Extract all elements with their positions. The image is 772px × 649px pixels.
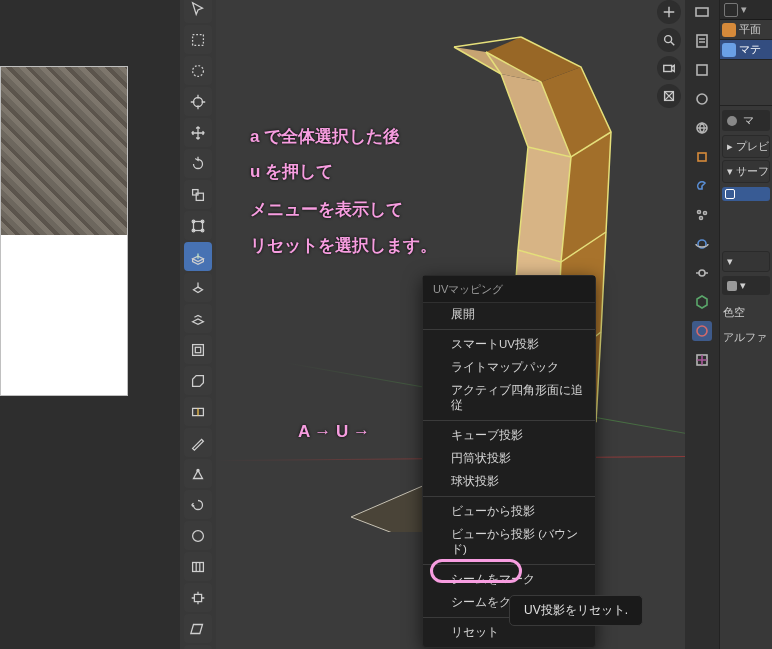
annotation-line2: u を押して [250, 160, 333, 183]
tool-extrude-region-icon[interactable] [184, 242, 212, 271]
tool-column [184, 0, 214, 649]
material-icon [722, 43, 736, 57]
material-ball-icon [727, 116, 737, 126]
properties-tabs [685, 0, 719, 649]
svg-point-1 [193, 65, 204, 76]
viewport-nav-cluster [657, 0, 681, 108]
tool-shrinkfatten-icon[interactable] [184, 583, 212, 612]
uv-mapping-menu: UVマッピング 展開 スマートUV投影 ライトマップパック アクティブ四角形面に… [422, 275, 596, 648]
uv-texture-thumbnail [1, 67, 127, 235]
panel-header: ▾ [720, 0, 772, 20]
reset-tooltip: UV投影をリセット. [509, 595, 643, 626]
camera-icon[interactable] [657, 56, 681, 80]
tool-knife-icon[interactable] [184, 428, 212, 457]
physics-tab-icon[interactable] [692, 234, 712, 254]
uv-menu-item[interactable]: 展開 [423, 303, 595, 326]
annotation-line4: リセットを選択します。 [250, 234, 437, 257]
constraints-tab-icon[interactable] [692, 263, 712, 283]
output-tab-icon[interactable] [692, 31, 712, 51]
svg-rect-30 [696, 8, 708, 16]
scene-tab-icon[interactable] [692, 89, 712, 109]
tool-transform-icon[interactable] [184, 211, 212, 240]
modifier-tab-icon[interactable] [692, 176, 712, 196]
svg-rect-14 [193, 562, 204, 571]
svg-rect-28 [664, 65, 672, 71]
uv-menu-item[interactable]: スマートUV投影 [423, 333, 595, 356]
svg-point-37 [704, 212, 707, 215]
uv-menu-item[interactable]: ライトマップパック [423, 356, 595, 379]
outliner-item-material[interactable]: マテ [720, 40, 772, 60]
annotation-line3: メニューを表示して [250, 198, 403, 221]
svg-point-38 [700, 217, 703, 220]
tool-inset-icon[interactable] [184, 335, 212, 364]
particles-tab-icon[interactable] [692, 205, 712, 225]
mesh-icon [722, 23, 736, 37]
uv-menu-item[interactable]: 円筒状投影 [423, 447, 595, 470]
svg-rect-35 [698, 153, 706, 161]
svg-rect-0 [193, 34, 204, 45]
tool-rip-icon[interactable] [184, 645, 212, 649]
tool-extrude-individual-icon[interactable] [184, 304, 212, 333]
uv-image-frame [0, 66, 128, 396]
tool-cursor-icon[interactable] [184, 0, 212, 23]
tool-smooth-icon[interactable] [184, 521, 212, 550]
viewlayer-tab-icon[interactable] [692, 60, 712, 80]
uv-menu-header: UVマッピング [423, 276, 595, 303]
svg-point-13 [193, 530, 204, 541]
annotation-line1: a で全体選択した後 [250, 125, 400, 148]
material-dropdown[interactable]: マ [722, 110, 770, 131]
zoom-icon[interactable] [657, 28, 681, 52]
mesh-data-tab-icon[interactable] [692, 292, 712, 312]
subsection-header[interactable]: ▾ [722, 251, 770, 272]
svg-point-40 [697, 326, 707, 336]
tool-edgeslide-icon[interactable] [184, 552, 212, 581]
tool-rotate-icon[interactable] [184, 149, 212, 178]
svg-point-27 [665, 36, 672, 43]
image-icon [727, 281, 737, 291]
outliner-label: マテ [739, 42, 761, 57]
uv-menu-item[interactable]: キューブ投影 [423, 424, 595, 447]
tool-move-icon[interactable] [184, 118, 212, 147]
outliner-label: 平面 [739, 22, 761, 37]
shader-node-button[interactable] [722, 187, 770, 201]
node-icon [725, 189, 735, 199]
uv-menu-item[interactable]: ビューから投影 [423, 500, 595, 523]
tool-extrude-normals-icon[interactable] [184, 273, 212, 302]
tool-polybuild-icon[interactable] [184, 459, 212, 488]
svg-rect-10 [193, 344, 204, 355]
material-tab-icon[interactable] [692, 321, 712, 341]
world-tab-icon[interactable] [692, 118, 712, 138]
properties-panel: ▾ 平面 マテ マ ▸ プレビ ▾ サーフ ▾ ▾ 色空 アルファ [719, 0, 772, 649]
svg-rect-4 [193, 189, 198, 194]
tool-loopcut-icon[interactable] [184, 397, 212, 426]
uv-menu-item[interactable]: 球状投影 [423, 470, 595, 493]
tool-spin-icon[interactable] [184, 490, 212, 519]
pan-icon[interactable] [657, 0, 681, 24]
uv-menu-item[interactable]: シームをマーク [423, 568, 595, 591]
texture-tab-icon[interactable] [692, 350, 712, 370]
image-field[interactable]: ▾ [722, 276, 770, 295]
editor-type-icon[interactable] [724, 3, 738, 17]
svg-rect-32 [697, 65, 707, 75]
uv-menu-item[interactable]: アクティブ四角形面に追従 [423, 379, 595, 417]
persp-toggle-icon[interactable] [657, 84, 681, 108]
object-tab-icon[interactable] [692, 147, 712, 167]
tool-bevel-icon[interactable] [184, 366, 212, 395]
tool-scale-icon[interactable] [184, 180, 212, 209]
svg-rect-15 [194, 594, 201, 601]
svg-point-12 [197, 469, 199, 471]
tool-select-box-icon[interactable] [184, 25, 212, 54]
surface-section-header[interactable]: ▾ サーフ [722, 160, 770, 183]
alpha-label: アルファ [723, 330, 769, 345]
svg-point-36 [698, 211, 701, 214]
tool-select-circle-icon[interactable] [184, 56, 212, 85]
outliner-item-mesh[interactable]: 平面 [720, 20, 772, 40]
tool-shear-icon[interactable] [184, 614, 212, 643]
svg-point-2 [194, 97, 203, 106]
preview-section-header[interactable]: ▸ プレビ [722, 135, 770, 158]
tool-cursor3d-icon[interactable] [184, 87, 212, 116]
uv-menu-item[interactable]: ビューから投影 (バウンド) [423, 523, 595, 561]
svg-point-33 [697, 94, 707, 104]
material-slot-list[interactable] [720, 60, 772, 106]
render-tab-icon[interactable] [692, 2, 712, 22]
